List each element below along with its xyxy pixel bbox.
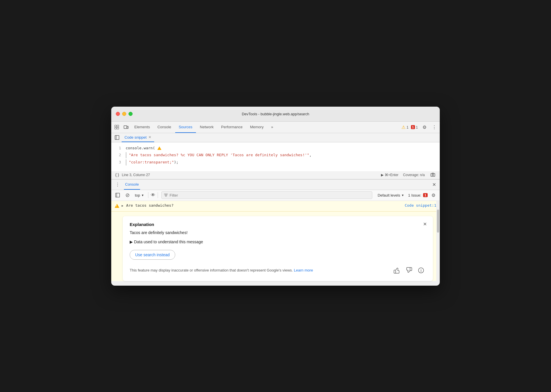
use-search-button[interactable]: Use search instead [130,250,175,260]
window-title: DevTools - bubble-jingle.web.app/search [242,112,309,116]
device-toggle-icon[interactable] [122,123,130,131]
explanation-title: Explanation [130,222,426,227]
svg-rect-0 [115,125,116,127]
code-tab-bar: Code snippet ✕ [111,133,440,142]
svg-rect-8 [431,174,435,176]
code-line-3: 3 "color:transparent;"); [111,159,440,166]
more-info-button[interactable] [416,265,426,275]
run-button[interactable]: ▶ ⌘+Enter [381,173,399,177]
learn-more-link[interactable]: Learn more [294,268,313,272]
svg-point-10 [432,174,434,176]
disclaimer-text: This feature may display inaccurate or o… [130,268,388,272]
close-button[interactable] [116,112,120,116]
thumbs-down-button[interactable] [404,265,414,275]
tab-sources[interactable]: Sources [175,121,196,133]
coverage-status: Coverage: n/a [403,173,425,177]
console-message-text[interactable]: ▶ Are tacos sandwiches? [122,203,402,208]
warning-badge[interactable]: ⚠ 1 [401,125,408,130]
code-tab-close-icon[interactable]: ✕ [148,135,151,139]
svg-rect-9 [432,173,434,174]
toolbar-divider [148,192,148,198]
console-settings-icon[interactable]: ⚙ [429,191,437,199]
tab-performance[interactable]: Performance [218,121,246,133]
code-line-1: 1 console.warn( ! [111,145,440,152]
tab-more[interactable]: » [268,121,277,133]
devtools-tab-bar: Elements Console Sources Network Perform… [111,122,440,133]
code-line-2: 2 "Are tacos sandwiches? %c YOU CAN ONLY… [111,152,440,159]
status-bar: {} Line 3, Column 27 ▶ ⌘+Enter Coverage:… [111,171,440,179]
explanation-close-icon[interactable]: ✕ [421,221,428,228]
console-header: ⋮ Console ✕ [111,180,440,190]
title-bar: DevTools - bubble-jingle.web.app/search [111,107,440,122]
disclaimer-row: This feature may display inaccurate or o… [130,265,426,275]
expand-arrow-icon[interactable]: ▶ [122,204,123,207]
tabs-right-section: ⚠ 1 1 1 ⚙ ⋮ [401,123,439,131]
svg-rect-1 [117,125,119,127]
svg-rect-4 [124,126,127,129]
devtools-window: DevTools - bubble-jingle.web.app/search … [111,107,440,286]
filter-icon [164,193,168,197]
more-options-icon[interactable]: ⋮ [430,123,439,131]
default-levels-button[interactable]: Default levels ▼ [375,192,406,199]
clear-console-icon[interactable]: ⊘ [123,191,131,199]
console-tab[interactable]: Console [124,179,140,190]
console-close-icon[interactable]: ✕ [431,181,437,188]
live-expressions-icon[interactable]: 👁 [151,193,155,198]
console-more-icon[interactable]: ⋮ [114,181,122,188]
svg-rect-2 [115,127,116,129]
console-output: ! ▶ Are tacos sandwiches? Code snippet:1… [111,201,440,281]
sidebar-toggle-console-icon[interactable] [114,191,122,199]
thumbs-up-button[interactable] [392,265,402,275]
console-warning-row[interactable]: ! ▶ Are tacos sandwiches? Code snippet:1 [111,201,440,212]
format-icon[interactable]: {} [115,173,120,177]
inspect-element-icon[interactable] [112,123,121,131]
settings-icon[interactable]: ⚙ [420,123,429,131]
warning-icon: ! [115,204,119,209]
svg-rect-3 [117,127,119,129]
filter-input-container[interactable] [161,191,372,199]
svg-rect-6 [115,135,119,140]
console-source-link[interactable]: Code snippet:1 [405,203,436,208]
tab-memory[interactable]: Memory [247,121,267,133]
code-snippet-tab[interactable]: Code snippet ✕ [122,133,154,142]
traffic-lights [116,112,133,116]
console-section: ⋮ Console ✕ ⊘ top ▼ 👁 [111,180,440,281]
tab-elements[interactable]: Elements [131,121,153,133]
console-toolbar: ⊘ top ▼ 👁 Default levels ▼ 1 Issue: 1 [111,190,440,201]
context-selector[interactable]: top ▼ [133,192,146,199]
screenshot-icon[interactable] [429,171,436,178]
code-editor[interactable]: 1 console.warn( ! 2 "Are tacos sandwiche… [111,142,440,171]
data-used-row[interactable]: ▶ Data used to understand this message [130,240,426,244]
tab-console[interactable]: Console [154,121,175,133]
maximize-button[interactable] [129,112,133,116]
toolbar-divider-2 [158,192,158,198]
issues-container: 1 Issue: 1 [408,193,428,197]
sidebar-toggle-icon[interactable] [114,134,120,141]
cursor-position: Line 3, Column 27 [122,173,150,177]
code-panel: Code snippet ✕ 1 console.warn( ! 2 "Are … [111,133,440,180]
explanation-body: Tacos are definitely sandwiches! [130,230,426,235]
explanation-card: ✕ Explanation Tacos are definitely sandw… [123,216,433,281]
svg-rect-5 [127,126,128,129]
feedback-buttons [392,265,426,275]
filter-input[interactable] [170,193,370,197]
error-badge[interactable]: 1 1 [411,125,418,129]
scrollbar-thumb[interactable] [437,210,439,233]
minimize-button[interactable] [122,112,126,116]
tab-network[interactable]: Network [197,121,217,133]
issues-badge[interactable]: 1 [423,193,428,197]
svg-rect-11 [116,193,120,197]
svg-point-15 [421,269,421,270]
scrollbar-track[interactable] [436,201,440,281]
